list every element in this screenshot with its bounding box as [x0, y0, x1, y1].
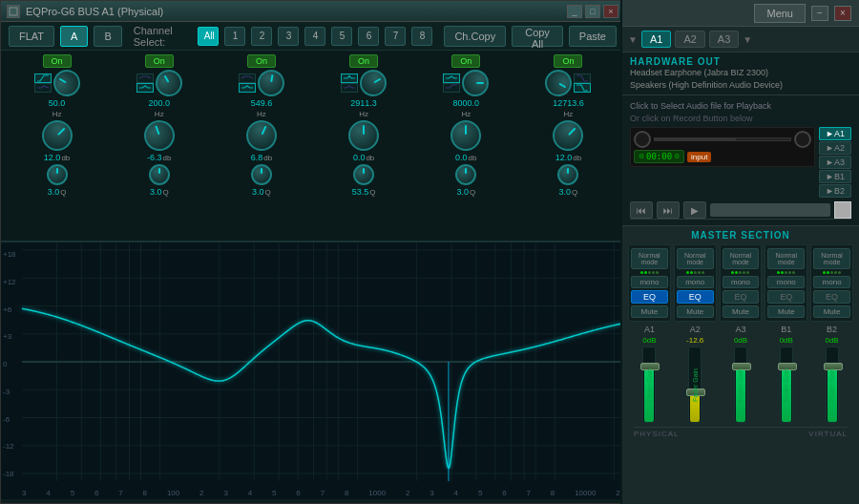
ch-a1-mute[interactable]: Mute	[631, 305, 668, 318]
fader-b1-handle[interactable]	[778, 363, 797, 370]
band-4-shape-2[interactable]	[341, 83, 358, 93]
ch-a2-mute[interactable]: Mute	[677, 305, 714, 318]
preset-a-button[interactable]: A	[60, 26, 88, 47]
band-1-shape-2[interactable]	[34, 83, 52, 93]
channel-all-button[interactable]: All	[198, 27, 220, 46]
band-4-freq-knob[interactable]	[355, 65, 391, 101]
transport-rewind[interactable]: ⏮	[630, 201, 653, 219]
transport-forward[interactable]: ⏭	[657, 201, 680, 219]
channel-8-button[interactable]: 8	[411, 27, 432, 46]
band-2-shape-1[interactable]	[136, 74, 154, 83]
band-5-shape-1[interactable]	[443, 74, 460, 83]
output-tab-a1[interactable]: ►A1	[819, 127, 851, 140]
transport-stop[interactable]	[834, 201, 851, 219]
copy-all-button[interactable]: Copy All	[512, 26, 563, 47]
fader-a2-track[interactable]: Fader Gain	[688, 346, 702, 423]
close-button[interactable]: ×	[603, 5, 618, 18]
band-3-shape-1[interactable]	[239, 74, 256, 83]
ch-b1-eq[interactable]: EQ	[767, 290, 805, 304]
ch-a3-eq[interactable]: EQ	[723, 290, 760, 304]
preset-b-button[interactable]: B	[94, 26, 121, 47]
ch-a3-mono[interactable]: mono	[723, 276, 760, 288]
hw-tab-next[interactable]: ▼	[743, 34, 752, 45]
transport-progress[interactable]	[710, 203, 830, 217]
ch-b2-eq[interactable]: EQ	[813, 290, 850, 304]
band-4-shape-1[interactable]	[341, 74, 358, 83]
ch-a2-mono[interactable]: mono	[677, 276, 714, 288]
band-4-on[interactable]: On	[349, 54, 378, 68]
ch-b2-mono[interactable]: mono	[813, 276, 850, 288]
ch-b1-mode[interactable]: Normalmode	[767, 248, 805, 269]
channel-6-button[interactable]: 6	[358, 27, 379, 46]
band-1-on[interactable]: On	[43, 54, 72, 68]
fader-b2-handle[interactable]	[824, 363, 843, 370]
ch-copy-button[interactable]: Ch.Copy	[444, 26, 506, 47]
band-3-freq-knob[interactable]	[256, 68, 286, 98]
ch-a1-eq[interactable]: EQ	[631, 290, 668, 304]
fader-a3-handle[interactable]	[732, 363, 751, 370]
hw-tab-a3[interactable]: A3	[709, 31, 739, 48]
band-5-q-knob[interactable]	[455, 164, 476, 185]
output-tab-b2[interactable]: ►B2	[819, 184, 851, 198]
band-5-on[interactable]: On	[451, 54, 480, 68]
band-1-q-knob[interactable]	[47, 164, 68, 185]
band-2-q-knob[interactable]	[149, 164, 170, 185]
fader-b1-track[interactable]: Fader Gain	[780, 346, 793, 423]
channel-5-button[interactable]: 5	[331, 27, 352, 46]
channel-2-button[interactable]: 2	[251, 27, 272, 46]
fader-a3-track[interactable]: Fader Gain	[734, 346, 747, 423]
band-5-freq-knob[interactable]	[462, 70, 489, 96]
ch-b1-mute[interactable]: Mute	[767, 305, 805, 318]
hw-tab-a1[interactable]: A1	[641, 31, 671, 48]
ch-b2-mode[interactable]: Normalmode	[813, 248, 850, 269]
channel-1-button[interactable]: 1	[224, 27, 245, 46]
ch-a1-mono[interactable]: mono	[631, 276, 668, 288]
output-tab-a2[interactable]: ►A2	[819, 141, 851, 155]
menu-button[interactable]: Menu	[754, 4, 806, 23]
flat-button[interactable]: FLAT	[9, 26, 54, 47]
band-2-db-knob[interactable]	[139, 116, 178, 155]
band-3-q-knob[interactable]	[251, 164, 272, 185]
band-2-freq-knob[interactable]	[151, 65, 187, 101]
maximize-button[interactable]: □	[585, 5, 600, 18]
band-5-db-knob[interactable]	[450, 120, 481, 151]
ch-a2-eq[interactable]: EQ	[677, 290, 714, 304]
hw-tab-a2[interactable]: A2	[675, 31, 704, 48]
paste-button[interactable]: Paste	[569, 26, 617, 47]
output-tab-b1[interactable]: ►B1	[819, 170, 851, 183]
band-5-shape-2[interactable]	[443, 83, 460, 93]
fader-a1-handle[interactable]	[640, 363, 660, 370]
hw-tab-prev[interactable]: ▼	[628, 34, 638, 45]
ch-a3-mute[interactable]: Mute	[723, 305, 760, 318]
ch-b2-mute[interactable]: Mute	[813, 305, 850, 318]
ch-a2-mode[interactable]: Normalmode	[677, 248, 714, 269]
band-1-freq-knob[interactable]	[48, 65, 84, 101]
band-3-db-knob[interactable]	[241, 116, 283, 157]
minimize-button[interactable]: _	[567, 5, 582, 18]
band-6-shape-1[interactable]	[574, 74, 591, 83]
band-4-q-knob[interactable]	[353, 164, 374, 185]
right-panel-minimize[interactable]: −	[811, 6, 828, 21]
channel-7-button[interactable]: 7	[385, 27, 406, 46]
band-2-shape-2[interactable]	[136, 83, 154, 93]
band-6-db-knob[interactable]	[547, 114, 590, 157]
band-3-on[interactable]: On	[247, 54, 276, 68]
band-1-db-knob[interactable]	[35, 114, 78, 157]
channel-4-button[interactable]: 4	[304, 27, 325, 46]
fader-a1-track[interactable]: Fader Gain	[642, 346, 656, 423]
band-2-on[interactable]: On	[145, 54, 174, 68]
right-panel-close[interactable]: ×	[834, 6, 851, 21]
band-3-shape-2[interactable]	[239, 83, 256, 93]
band-6-shape-2[interactable]	[574, 83, 591, 93]
band-1-shape-1[interactable]	[34, 74, 52, 83]
ch-b1-mono[interactable]: mono	[767, 276, 805, 288]
eq-curve[interactable]	[1, 242, 624, 499]
channel-3-button[interactable]: 3	[278, 27, 299, 46]
fader-a2-handle[interactable]	[686, 388, 705, 396]
band-6-q-knob[interactable]	[557, 164, 578, 185]
ch-a3-mode[interactable]: Normalmode	[723, 248, 760, 269]
transport-play[interactable]: ▶	[683, 201, 706, 219]
band-6-freq-knob[interactable]	[540, 65, 576, 101]
band-6-on[interactable]: On	[554, 54, 582, 68]
fader-b2-track[interactable]: Fader Gain	[826, 346, 839, 423]
